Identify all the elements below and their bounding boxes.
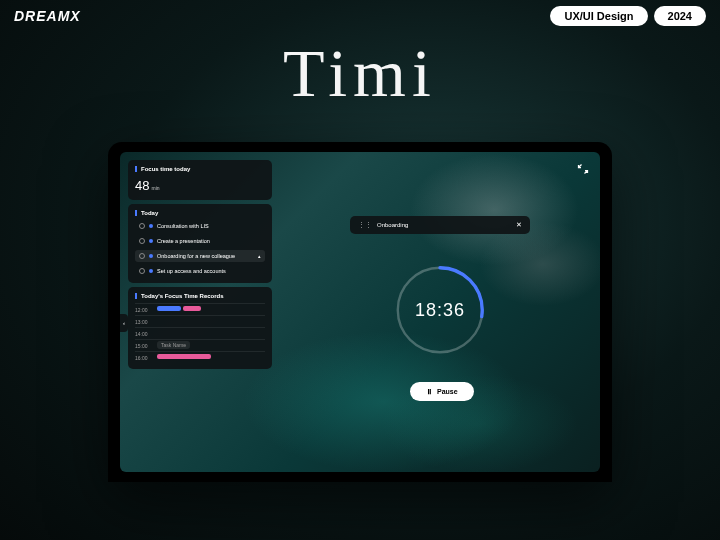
time-row: 16:00 (135, 351, 265, 363)
task-item[interactable]: Consultation with LIS (135, 220, 265, 232)
today-title: Today (135, 210, 265, 216)
task-item-selected[interactable]: Onboarding for a new colleague ▴ (135, 250, 265, 262)
timer-display: 18:36 (392, 262, 488, 358)
task-list: Consultation with LIS Create a presentat… (135, 220, 265, 277)
chevron-left-icon: ‹ (123, 320, 125, 326)
status-dot-icon (149, 269, 153, 273)
focus-segment (157, 306, 181, 311)
focus-time-title: Focus time today (135, 166, 265, 172)
task-item[interactable]: Create a presentation (135, 235, 265, 247)
time-row: 15:00 Task Name (135, 339, 265, 351)
checkbox-icon[interactable] (139, 268, 145, 274)
current-task-label: Onboarding (377, 222, 408, 228)
pause-icon: ⏸ (426, 388, 433, 395)
checkbox-icon[interactable] (139, 223, 145, 229)
status-dot-icon (149, 239, 153, 243)
product-title: Timi (0, 34, 720, 113)
timer-ring: 18:36 (392, 262, 488, 358)
task-label: Set up access and accounts (157, 268, 261, 274)
task-label: Onboarding for a new colleague (157, 253, 254, 259)
time-row: 12:00 (135, 303, 265, 315)
sidebar-collapse-button[interactable]: ‹ (120, 314, 128, 332)
focus-time-value: 48min (135, 176, 265, 194)
grip-icon: ⋮⋮ (358, 221, 372, 229)
task-label: Create a presentation (157, 238, 261, 244)
header-pills: UX/UI Design 2024 (550, 6, 706, 26)
pill-category: UX/UI Design (550, 6, 647, 26)
laptop-mockup: ‹ Focus time today 48min Today Consultat… (108, 142, 612, 482)
status-dot-icon (149, 254, 153, 258)
app-screen: ‹ Focus time today 48min Today Consultat… (120, 152, 600, 472)
pause-label: Pause (437, 388, 458, 395)
task-label: Consultation with LIS (157, 223, 261, 229)
chevron-up-icon[interactable]: ▴ (258, 253, 261, 259)
checkbox-icon[interactable] (139, 253, 145, 259)
current-task-pill[interactable]: ⋮⋮ Onboarding ✕ (350, 216, 530, 234)
minimize-icon[interactable] (576, 162, 590, 176)
pause-button[interactable]: ⏸ Pause (410, 382, 474, 401)
focus-time-card: Focus time today 48min (128, 160, 272, 200)
status-dot-icon (149, 224, 153, 228)
focus-records-card: Today's Focus Time Records 12:00 13:00 1… (128, 287, 272, 369)
focus-segment (157, 354, 211, 359)
records-title: Today's Focus Time Records (135, 293, 265, 299)
dreamx-logo: DREAMX (14, 8, 81, 24)
task-tag[interactable]: Task Name (157, 341, 190, 349)
checkbox-icon[interactable] (139, 238, 145, 244)
time-row: 14:00 (135, 327, 265, 339)
pill-year: 2024 (654, 6, 706, 26)
task-item[interactable]: Set up access and accounts (135, 265, 265, 277)
laptop-notch (328, 142, 392, 150)
sidebar: Focus time today 48min Today Consultatio… (128, 160, 272, 369)
close-icon[interactable]: ✕ (516, 221, 522, 229)
time-row: 13:00 (135, 315, 265, 327)
focus-segment (183, 306, 201, 311)
today-tasks-card: Today Consultation with LIS Create a pre… (128, 204, 272, 283)
page-header: DREAMX UX/UI Design 2024 (0, 6, 720, 26)
